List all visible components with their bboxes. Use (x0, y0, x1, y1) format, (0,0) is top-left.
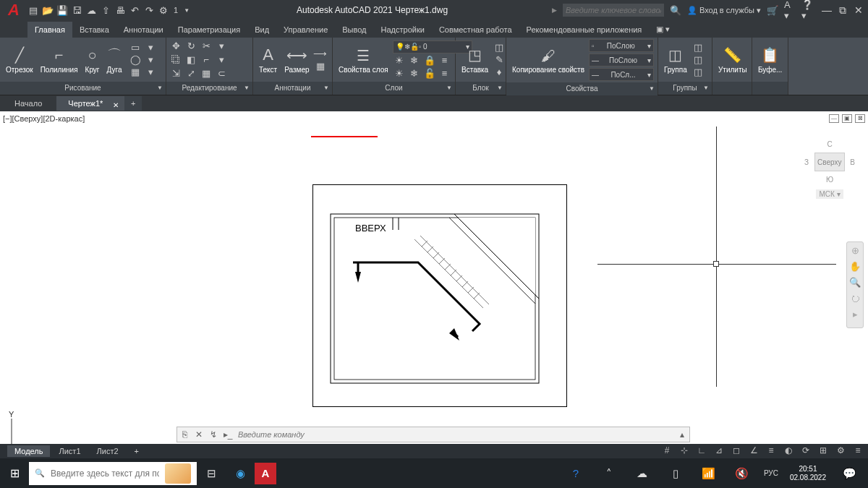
customize-icon[interactable]: ≡ (851, 445, 865, 457)
line-button[interactable]: ╱Отрезок (3, 44, 36, 75)
new-tab-button[interactable]: + (124, 96, 142, 111)
layer-props-button[interactable]: ☰Свойства слоя (336, 45, 391, 75)
cmd-recent-icon[interactable]: ↯ (206, 429, 221, 440)
panel-draw-title[interactable]: Рисование▼ (0, 82, 166, 95)
lineweight-selector[interactable]: —ПоСлою▾ (589, 53, 654, 67)
ellipse-icon[interactable]: ◯ (129, 54, 142, 66)
cloud-save-icon[interactable]: ⇧ (100, 4, 111, 16)
close-icon[interactable]: ✕ (852, 4, 865, 17)
tab-close-icon[interactable]: ✕ (113, 98, 119, 113)
rect-icon[interactable]: ▭ (129, 42, 142, 53)
redo-icon[interactable]: ↷ (143, 4, 155, 16)
tab-addins[interactable]: Надстройки (374, 22, 432, 38)
panel-layers-title[interactable]: Слои▼ (333, 82, 455, 95)
viewcube-west[interactable]: З (804, 158, 809, 166)
annoscale-icon[interactable]: ⊞ (816, 445, 830, 457)
panel-edit-title[interactable]: Редактирование▼ (166, 82, 252, 95)
text-button[interactable]: AТекст (256, 44, 280, 75)
login-link[interactable]: 👤 Вход в службы ▾ (687, 6, 761, 15)
ortho-icon[interactable]: ∟ (694, 445, 709, 457)
edit-block-icon[interactable]: ✎ (493, 54, 506, 66)
wcs-label[interactable]: МСК ▾ (816, 189, 843, 199)
tab-annotate[interactable]: Аннотации (116, 22, 171, 38)
scale-icon[interactable]: ⤢ (184, 68, 197, 80)
cloud-open-icon[interactable]: ☁ (85, 4, 97, 16)
saveas-icon[interactable]: 🖫 (71, 4, 82, 16)
panel-annot-title[interactable]: Аннотации▼ (253, 82, 332, 95)
match-props-button[interactable]: 🖌Копирование свойств (509, 45, 587, 75)
search-icon[interactable]: 🔍 (670, 4, 681, 16)
viewcube-east[interactable]: В (850, 158, 855, 166)
hatch-icon[interactable]: ▦ (129, 67, 142, 78)
transparency-icon[interactable]: ◐ (781, 445, 796, 457)
qat-dropdown-icon[interactable]: ▼ (181, 4, 192, 16)
mirror-icon[interactable]: ◧ (184, 54, 197, 66)
app-logo-icon[interactable]: A (3, 0, 25, 20)
create-block-icon[interactable]: ◫ (493, 42, 506, 53)
grid-icon[interactable]: # (660, 445, 674, 457)
copy-icon[interactable]: ⿻ (169, 54, 182, 66)
save-icon[interactable]: 💾 (56, 4, 68, 16)
battery-icon[interactable]: ▯ (661, 467, 690, 480)
edge-icon[interactable]: ◉ (226, 467, 255, 480)
drawing-tab[interactable]: Чертеж1*✕ (56, 96, 124, 111)
start-tab[interactable]: Начало (0, 95, 56, 111)
orbit-icon[interactable]: ⭮ (847, 293, 863, 309)
tab-featured[interactable]: ▣ ▾ (649, 21, 677, 38)
insert-block-button[interactable]: ◳Вставка (459, 44, 491, 75)
layout1-tab[interactable]: Лист1 (51, 445, 88, 457)
fullnav-icon[interactable]: ⊕ (847, 245, 863, 261)
autocad-taskbar-icon[interactable]: A (255, 463, 276, 484)
fillet-icon[interactable]: ⌐ (200, 54, 213, 66)
linetype-selector[interactable]: —ПоСл...▾ (589, 68, 654, 81)
model-tab[interactable]: Модель (7, 445, 50, 457)
tab-home[interactable]: Главная (27, 22, 72, 38)
arc-button[interactable]: ⌒Дуга (104, 44, 125, 75)
tab-output[interactable]: Вывод (335, 22, 373, 38)
showmotion-icon[interactable]: ▸ (847, 309, 863, 325)
vp-close-icon[interactable]: ⊠ (855, 114, 865, 123)
view-cube[interactable]: С З Сверху В Ю МСК ▾ (804, 140, 855, 199)
rotate-icon[interactable]: ↻ (184, 40, 197, 52)
tab-express[interactable]: Рекомендованные приложения (519, 22, 650, 38)
tab-manage[interactable]: Управление (276, 22, 335, 38)
help-tray-icon[interactable]: ? (561, 467, 590, 479)
viewcube-top-face[interactable]: Сверху (814, 153, 845, 171)
utilities-button[interactable]: 📏Утилиты (715, 44, 750, 75)
array-icon[interactable]: ▦ (200, 68, 213, 80)
add-layout-button[interactable]: + (127, 445, 146, 457)
tab-view[interactable]: Вид (247, 22, 276, 38)
share-icon[interactable]: ⚙ (158, 4, 169, 16)
taskbar-search[interactable]: 🔍 (29, 462, 197, 485)
new-icon[interactable]: ▤ (27, 4, 39, 16)
attr-icon[interactable]: ♦ (493, 67, 506, 78)
layer-match-icon[interactable]: ≡ (438, 55, 451, 67)
minimize-icon[interactable]: — (820, 4, 833, 17)
layout2-tab[interactable]: Лист2 (90, 445, 126, 457)
group-button[interactable]: ◫Группа (661, 44, 690, 75)
layer-off-icon[interactable]: ☀ (393, 55, 406, 67)
offset-icon[interactable]: ⊂ (215, 68, 228, 80)
command-input[interactable] (235, 430, 675, 439)
stretch-icon[interactable]: ⇲ (169, 68, 182, 80)
start-button[interactable]: ⊞ (0, 466, 29, 480)
layer-lock-icon[interactable]: 🔒 (423, 55, 436, 67)
clipboard-button[interactable]: 📋Буфе... (755, 44, 785, 75)
panel-props-title[interactable]: Свойства▼ (506, 82, 658, 95)
cmd-close-icon[interactable]: ✕ (192, 429, 206, 440)
panel-block-title[interactable]: Блок▼ (456, 82, 506, 95)
polar-icon[interactable]: ⊿ (712, 445, 726, 457)
taskbar-clock[interactable]: 20:51 02.08.2022 (786, 465, 830, 482)
viewport-label[interactable]: [−][Сверху][2D-каркас] (3, 114, 85, 123)
restore-icon[interactable]: ⧉ (836, 4, 849, 17)
language-indicator[interactable]: РУС (761, 469, 781, 477)
panel-groups-title[interactable]: Группы▼ (658, 82, 712, 95)
lweight-icon[interactable]: ≡ (764, 445, 778, 457)
otrack-icon[interactable]: ∠ (746, 445, 761, 457)
tray-chevron-icon[interactable]: ˄ (595, 467, 624, 480)
osnap-icon[interactable]: ◻ (729, 445, 744, 457)
onedrive-icon[interactable]: ☁ (628, 467, 657, 480)
viewcube-north[interactable]: С (804, 140, 855, 148)
app-store-icon[interactable]: 🛒 (767, 4, 778, 16)
open-icon[interactable]: 📂 (42, 4, 54, 16)
